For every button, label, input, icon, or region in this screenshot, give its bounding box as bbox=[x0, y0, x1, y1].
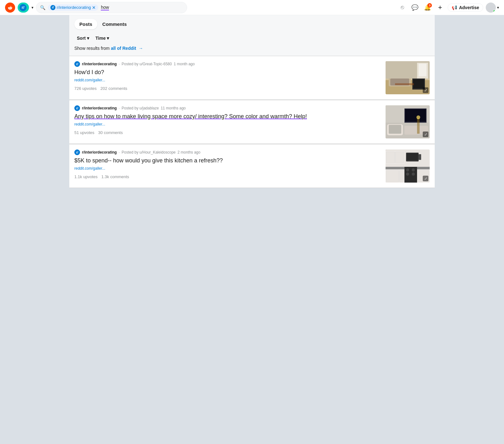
avatar-chevron-icon[interactable]: ▾ bbox=[497, 5, 499, 10]
post-upvotes: 51 upvotes bbox=[74, 130, 94, 135]
post-stats: 726 upvotes 202 comments bbox=[74, 86, 382, 91]
navbar: r/ ▾ 🔍 r/ r/interiordecorating ✕ how ⎋ 💬… bbox=[0, 0, 504, 15]
post-title[interactable]: How'd I do? bbox=[74, 69, 382, 76]
post-time: 2 months ago bbox=[177, 150, 200, 155]
chip-close-icon[interactable]: ✕ bbox=[92, 5, 96, 10]
arrow-icon: → bbox=[139, 46, 143, 51]
post-meta: r/ r/interiordecorating · Posted by u/Gr… bbox=[74, 61, 382, 67]
post-comments[interactable]: 30 comments bbox=[98, 130, 123, 135]
post-subreddit-icon: r/ bbox=[74, 105, 80, 111]
notification-icon-btn[interactable]: 🔔 3 bbox=[422, 3, 432, 13]
tab-comments[interactable]: Comments bbox=[97, 19, 132, 29]
online-indicator bbox=[493, 10, 495, 12]
add-icon-btn[interactable]: + bbox=[435, 3, 445, 13]
sort-dropdown[interactable]: Sort ▾ bbox=[74, 34, 92, 42]
chip-r-icon: r/ bbox=[50, 5, 55, 10]
post-author: Posted by u/jadablaze bbox=[122, 106, 159, 110]
svg-rect-10 bbox=[419, 64, 427, 76]
post-meta: r/ r/interiordecorating · Posted by u/Ho… bbox=[74, 149, 382, 155]
avatar bbox=[486, 3, 496, 13]
tabs-bar: Posts Comments bbox=[69, 15, 435, 29]
trending-icon: ⎋ bbox=[401, 4, 404, 11]
subreddit-chevron-icon[interactable]: ▾ bbox=[32, 5, 33, 10]
post-comments[interactable]: 1.3k comments bbox=[101, 174, 129, 179]
post-thumbnail[interactable]: ⤢ bbox=[386, 61, 430, 94]
all-reddit-link[interactable]: all of Reddit bbox=[111, 46, 136, 51]
filter-bar: Sort ▾ Time ▾ bbox=[69, 29, 435, 46]
post-card: r/ r/interiordecorating · Posted by u/ja… bbox=[69, 100, 435, 144]
post-subreddit-label[interactable]: r/interiordecorating bbox=[82, 150, 117, 155]
thumbnail-external-icon: ⤢ bbox=[423, 87, 428, 93]
search-bar: 🔍 r/ r/interiordecorating ✕ how bbox=[36, 2, 187, 13]
svg-point-38 bbox=[406, 172, 409, 176]
time-dropdown[interactable]: Time ▾ bbox=[93, 34, 112, 42]
svg-point-37 bbox=[412, 168, 415, 172]
svg-rect-6 bbox=[413, 79, 424, 88]
subreddit-badge[interactable]: r/ bbox=[18, 3, 29, 13]
post-stats: 51 upvotes 30 comments bbox=[74, 130, 382, 135]
time-label: Time bbox=[95, 36, 106, 41]
post-subreddit-icon: r/ bbox=[74, 61, 80, 67]
chip-subreddit-label: r/interiordecorating bbox=[57, 5, 91, 10]
svg-rect-11 bbox=[395, 83, 414, 85]
post-comments[interactable]: 202 comments bbox=[100, 86, 127, 91]
post-time: 1 month ago bbox=[174, 62, 195, 66]
svg-rect-32 bbox=[386, 170, 399, 182]
search-icon: 🔍 bbox=[40, 5, 45, 10]
sort-chevron-icon: ▾ bbox=[87, 36, 89, 41]
posts-list: r/ r/interiordecorating · Posted by u/Gr… bbox=[69, 56, 435, 188]
thumbnail-external-icon: ⤢ bbox=[423, 176, 428, 181]
svg-rect-25 bbox=[386, 152, 395, 163]
post-title[interactable]: Any tips on how to make living space mor… bbox=[74, 113, 382, 120]
svg-rect-28 bbox=[407, 153, 418, 160]
post-upvotes: 726 upvotes bbox=[74, 86, 97, 91]
search-input[interactable] bbox=[112, 5, 183, 10]
post-main-content: r/ r/interiordecorating · Posted by u/Ho… bbox=[74, 149, 382, 179]
all-reddit-filter-row: Show results from all of Reddit → bbox=[69, 46, 435, 56]
content-wrapper: Posts Comments Sort ▾ Time ▾ Show result… bbox=[69, 15, 435, 188]
post-meta: r/ r/interiordecorating · Posted by u/ja… bbox=[74, 105, 382, 111]
svg-rect-19 bbox=[389, 125, 401, 134]
tab-posts[interactable]: Posts bbox=[74, 19, 97, 29]
time-chevron-icon: ▾ bbox=[107, 36, 109, 41]
chat-icon-btn[interactable]: 💬 bbox=[410, 3, 420, 13]
post-upvotes: 1.1k upvotes bbox=[74, 174, 98, 179]
post-subreddit-icon: r/ bbox=[74, 149, 80, 155]
post-author: Posted by u/Great-Topic-6580 bbox=[122, 62, 172, 66]
show-results-prefix: Show results from bbox=[74, 46, 111, 51]
post-thumbnail[interactable]: ⤢ bbox=[386, 105, 430, 138]
svg-point-36 bbox=[406, 168, 409, 172]
search-subreddit-chip[interactable]: r/ r/interiordecorating ✕ bbox=[48, 4, 98, 11]
sort-label: Sort bbox=[77, 36, 86, 41]
post-main-content: r/ r/interiordecorating · Posted by u/ja… bbox=[74, 105, 382, 135]
post-thumbnail[interactable]: ⤢ bbox=[386, 149, 430, 183]
post-link[interactable]: reddit.com/galler... bbox=[74, 122, 382, 126]
reddit-logo[interactable] bbox=[5, 3, 15, 13]
post-main-content: r/ r/interiordecorating · Posted by u/Gr… bbox=[74, 61, 382, 91]
thumbnail-external-icon: ⤢ bbox=[423, 131, 428, 137]
notification-badge: 3 bbox=[427, 3, 432, 8]
subreddit-r-icon: r/ bbox=[20, 4, 26, 11]
chat-icon: 💬 bbox=[411, 4, 418, 11]
post-subreddit-label[interactable]: r/interiordecorating bbox=[82, 106, 117, 110]
svg-rect-26 bbox=[395, 152, 404, 163]
advertise-button[interactable]: 📢 Advertise bbox=[448, 3, 483, 12]
post-card: r/ r/interiordecorating · Posted by u/Ho… bbox=[69, 144, 435, 188]
post-time: 11 months ago bbox=[161, 106, 186, 110]
svg-point-39 bbox=[412, 172, 415, 176]
post-title[interactable]: $5K to spend-- how would you give this k… bbox=[74, 157, 382, 164]
svg-rect-20 bbox=[417, 118, 420, 134]
svg-rect-15 bbox=[405, 109, 426, 122]
post-link[interactable]: reddit.com/galler... bbox=[74, 78, 382, 82]
svg-rect-29 bbox=[419, 154, 421, 160]
post-author: Posted by u/Hour_Kaleidoscope bbox=[122, 150, 175, 155]
advertise-label: Advertise bbox=[459, 5, 479, 10]
svg-point-21 bbox=[416, 115, 420, 119]
search-query-text: how bbox=[101, 5, 109, 10]
trending-icon-btn[interactable]: ⎋ bbox=[397, 3, 407, 13]
post-subreddit-label[interactable]: r/interiordecorating bbox=[82, 62, 117, 66]
post-card: r/ r/interiordecorating · Posted by u/Gr… bbox=[69, 56, 435, 100]
post-link[interactable]: reddit.com/galler... bbox=[74, 166, 382, 171]
user-avatar-area[interactable]: ▾ bbox=[486, 3, 499, 13]
post-stats: 1.1k upvotes 1.3k comments bbox=[74, 174, 382, 179]
